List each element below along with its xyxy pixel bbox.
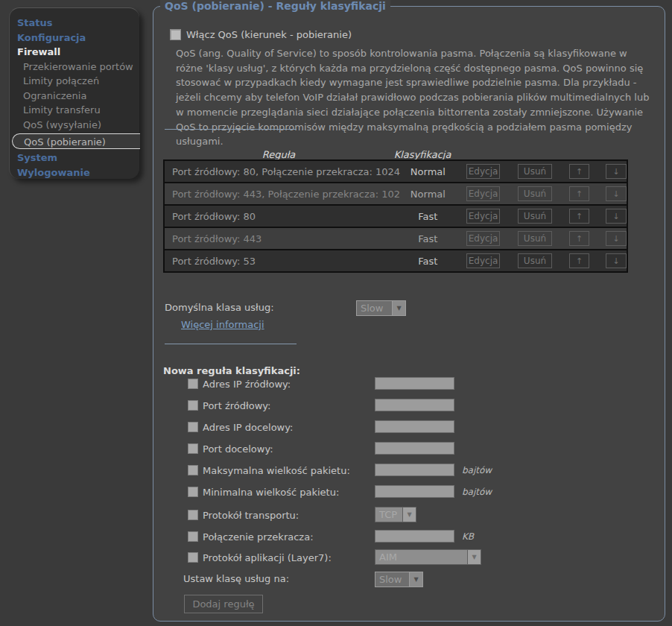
min-packet-input[interactable] <box>375 485 454 498</box>
default-class-value: Slow <box>357 301 392 315</box>
form-row-src-ip: Adres IP źródłowy: <box>153 377 666 392</box>
default-class-label: Domyślna klasa usług: <box>165 302 274 313</box>
more-info-link[interactable]: Więcej informacji <box>181 319 264 330</box>
sidebar-item-limity-polaczen[interactable]: Limity połączeń <box>17 74 139 89</box>
rule-cell: Port źródłowy: 80 <box>165 211 400 222</box>
sidebar: Status Konfiguracja Firewall Przekierowa… <box>9 7 139 179</box>
enable-qos-checkbox[interactable] <box>170 29 181 40</box>
min-packet-unit: bajtów <box>462 487 492 497</box>
src-ip-checkbox[interactable] <box>188 379 198 389</box>
form-row-set-class: Ustaw klasę usług na: Slow ▼ <box>153 572 666 587</box>
connection-exceeds-label: Połączenie przekracza: <box>203 531 314 543</box>
divider <box>165 344 297 344</box>
edit-button[interactable]: Edycja <box>466 253 500 268</box>
sidebar-item-qos-wysylanie[interactable]: QoS (wysyłanie) <box>17 118 139 133</box>
rules-table: Port źródłowy: 80, Połączenie przekracza… <box>163 159 628 273</box>
rule-cell: Port źródłowy: 443 <box>165 233 400 244</box>
move-down-button[interactable]: ↓ <box>606 253 627 268</box>
set-class-value: Slow <box>375 572 409 587</box>
edit-button[interactable]: Edycja <box>466 186 500 201</box>
min-packet-label: Minimalna wielkość pakietu: <box>203 487 339 498</box>
dst-ip-input[interactable] <box>375 420 454 433</box>
max-packet-input[interactable] <box>375 464 454 476</box>
dst-ip-label: Adres IP docelowy: <box>203 422 293 433</box>
dst-port-checkbox[interactable] <box>188 443 198 454</box>
set-class-label: Ustaw klasę usług na: <box>183 573 289 584</box>
src-port-checkbox[interactable] <box>188 400 198 411</box>
layer7-protocol-checkbox[interactable] <box>188 552 198 563</box>
sidebar-item-wylogowanie[interactable]: Wylogowanie <box>17 165 139 180</box>
move-down-button[interactable]: ↓ <box>606 231 627 246</box>
edit-button[interactable]: Edycja <box>466 231 500 246</box>
sidebar-item-status[interactable]: Status <box>17 16 139 31</box>
dst-port-input[interactable] <box>375 442 454 455</box>
max-packet-unit: bajtów <box>462 465 492 475</box>
move-up-button[interactable]: ↑ <box>569 231 590 246</box>
transport-protocol-select[interactable]: TCP ▼ <box>375 507 416 522</box>
table-row: Port źródłowy: 443, Połączenie przekracz… <box>165 183 627 206</box>
qos-panel: QoS (pobieranie) - Reguły klasyfikacji W… <box>153 6 665 622</box>
connection-exceeds-input[interactable] <box>375 530 454 543</box>
enable-qos-label: Włącz QoS (kierunek - pobieranie) <box>186 29 352 40</box>
delete-button[interactable]: Usuń <box>518 209 551 224</box>
form-row-transport-protocol: Protokół transportu: TCP ▼ <box>153 508 666 523</box>
sidebar-item-konfiguracja[interactable]: Konfiguracja <box>17 31 139 45</box>
src-ip-input[interactable] <box>375 377 454 390</box>
dst-ip-checkbox[interactable] <box>188 422 198 432</box>
move-up-button[interactable]: ↑ <box>569 253 590 268</box>
move-up-button[interactable]: ↑ <box>569 164 590 179</box>
delete-button[interactable]: Usuń <box>518 186 551 201</box>
add-rule-button[interactable]: Dodaj regułę <box>184 595 263 613</box>
transport-protocol-label: Protokół transportu: <box>203 510 299 521</box>
table-row: Port źródłowy: 53 Fast Edycja Usuń ↑ ↓ <box>165 250 627 271</box>
form-row-max-packet: Maksymalna wielkość pakietu: bajtów <box>153 464 666 478</box>
move-up-button[interactable]: ↑ <box>569 186 590 201</box>
transport-protocol-value: TCP <box>375 508 402 522</box>
sidebar-item-qos-pobieranie[interactable]: QoS (pobieranie) <box>12 133 140 149</box>
layer7-protocol-label: Protokół aplikacji (Layer7): <box>203 552 332 563</box>
min-packet-checkbox[interactable] <box>188 487 198 497</box>
chevron-down-icon: ▼ <box>392 301 405 315</box>
layer7-protocol-value: AIM <box>375 550 467 564</box>
delete-button[interactable]: Usuń <box>518 164 551 179</box>
move-down-button[interactable]: ↓ <box>606 186 627 201</box>
chevron-down-icon: ▼ <box>409 572 422 587</box>
sidebar-item-system[interactable]: System <box>17 151 139 165</box>
sidebar-item-limity-transferu[interactable]: Limity transferu <box>17 103 139 118</box>
table-row: Port źródłowy: 80, Połączenie przekracza… <box>165 161 627 183</box>
form-row-dst-ip: Adres IP docelowy: <box>153 420 666 435</box>
layer7-protocol-select[interactable]: AIM ▼ <box>375 549 481 565</box>
divider <box>165 129 297 130</box>
classification-cell: Normal <box>400 166 456 177</box>
sidebar-item-firewall[interactable]: Firewall <box>17 45 139 60</box>
src-port-label: Port źródłowy: <box>203 400 270 411</box>
form-row-dst-port: Port docelowy: <box>153 442 666 457</box>
connection-exceeds-checkbox[interactable] <box>188 531 198 542</box>
chevron-down-icon: ▼ <box>402 508 416 522</box>
edit-button[interactable]: Edycja <box>466 209 500 224</box>
move-down-button[interactable]: ↓ <box>606 209 627 224</box>
edit-button[interactable]: Edycja <box>466 164 500 179</box>
src-port-input[interactable] <box>375 399 454 411</box>
classification-cell: Fast <box>400 233 456 244</box>
chevron-down-icon: ▼ <box>467 550 481 564</box>
default-class-select[interactable]: Slow ▼ <box>356 300 406 316</box>
delete-button[interactable]: Usuń <box>518 253 551 268</box>
classification-cell: Normal <box>400 189 456 200</box>
column-header-classification: Klasyfikacja <box>391 149 454 160</box>
delete-button[interactable]: Usuń <box>518 231 551 246</box>
transport-protocol-checkbox[interactable] <box>188 510 198 520</box>
enable-qos-row: Włącz QoS (kierunek - pobieranie) <box>170 29 352 40</box>
sidebar-item-ograniczenia[interactable]: Ograniczenia <box>17 89 139 104</box>
sidebar-item-przekierowanie-portow[interactable]: Przekierowanie portów <box>17 60 139 75</box>
max-packet-checkbox[interactable] <box>188 465 198 475</box>
table-row: Port źródłowy: 443 Fast Edycja Usuń ↑ ↓ <box>165 228 627 250</box>
move-up-button[interactable]: ↑ <box>569 209 590 224</box>
classification-cell: Fast <box>400 211 456 222</box>
page: Status Konfiguracja Firewall Przekierowa… <box>0 0 672 626</box>
move-down-button[interactable]: ↓ <box>606 164 627 179</box>
rule-cell: Port źródłowy: 53 <box>165 256 400 267</box>
form-row-src-port: Port źródłowy: <box>153 399 666 414</box>
set-class-select[interactable]: Slow ▼ <box>375 572 423 587</box>
max-packet-label: Maksymalna wielkość pakietu: <box>203 465 350 476</box>
